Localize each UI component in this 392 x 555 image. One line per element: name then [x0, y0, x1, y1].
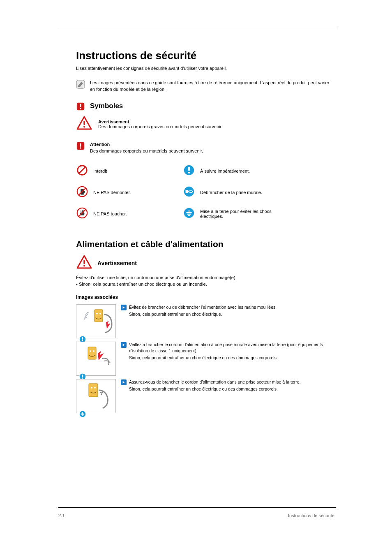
bullet-arrow-icon [121, 342, 127, 348]
svg-point-8 [80, 148, 81, 149]
unplug-icon [183, 185, 195, 199]
bullet-arrow-icon [121, 379, 127, 385]
caution-text: Attention Des dommages corporels ou maté… [90, 141, 203, 155]
item-body: Sinon, cela pourrait entraîner un choc é… [129, 386, 301, 392]
icon-label: Mise à la terre pour éviter les chocs él… [195, 209, 290, 219]
symbols-heading: Symboles [90, 102, 123, 110]
images-subheading: Images associées [76, 294, 335, 300]
icon-item-ground: Mise à la terre pour éviter les chocs él… [183, 203, 290, 224]
svg-point-41 [94, 387, 96, 388]
must-follow-icon [183, 164, 195, 178]
safety-illustration-1 [76, 304, 116, 338]
icon-item-unplug: Débrancher de la prise murale. [183, 182, 290, 203]
svg-point-3 [80, 108, 81, 109]
icon-item-no-disassemble: NE PAS démonter. [76, 182, 183, 203]
svg-point-38 [82, 377, 83, 379]
icon-grid: Interdit NE PAS démonter. NE PAS toucher… [76, 160, 335, 224]
svg-point-35 [93, 350, 95, 352]
svg-point-40 [91, 387, 92, 388]
icon-label: À suivre impérativement. [195, 169, 250, 173]
power-heading: Alimentation et câble d'alimentation [76, 239, 335, 249]
no-touch-icon [76, 207, 88, 221]
svg-rect-25 [83, 260, 85, 264]
icon-item-no-touch: NE PAS toucher. [76, 203, 183, 224]
caution-label: Attention [90, 142, 110, 147]
svg-rect-39 [89, 384, 98, 397]
icon-item-must-follow: À suivre impérativement. [183, 160, 290, 182]
svg-rect-19 [186, 190, 189, 193]
icon-col-left: Interdit NE PAS démonter. NE PAS toucher… [76, 160, 183, 224]
svg-rect-33 [88, 347, 96, 359]
svg-rect-16 [188, 167, 190, 171]
warning-label-1: Avertissement [98, 119, 129, 124]
safety-item-1-text: Évitez de brancher ou de débrancher l'al… [129, 304, 277, 317]
caution-heading-row: Attention Des dommages corporels ou maté… [76, 141, 335, 155]
safety-item-3-text: Assurez-vous de brancher le cordon d'ali… [129, 379, 301, 392]
svg-rect-4 [83, 121, 85, 125]
safety-illustration-2 [76, 342, 116, 376]
svg-point-32 [82, 340, 83, 341]
svg-rect-37 [82, 375, 83, 377]
bottom-rule [58, 507, 336, 508]
item-lead: Évitez de brancher ou de débrancher l'al… [129, 305, 277, 310]
svg-point-34 [90, 350, 91, 352]
page: Instructions de sécurité Lisez attentive… [0, 0, 392, 555]
note-row: Les images présentées dans ce guide sont… [76, 80, 335, 93]
symbols-heading-row: Symboles [76, 102, 335, 113]
safety-item-2-text: Veillez à brancher le cordon d'alimentat… [129, 342, 335, 361]
bullet-arrow-icon [121, 305, 127, 310]
top-rule [58, 27, 336, 27]
safety-item-1: Évitez de brancher ou de débrancher l'al… [76, 304, 335, 338]
svg-rect-27 [95, 310, 103, 322]
item-lead: Veillez à brancher le cordon d'alimentat… [129, 342, 323, 353]
icon-label: NE PAS démonter. [88, 190, 131, 195]
important-icon [76, 102, 90, 113]
intro-text: Lisez attentivement les consignes de séc… [76, 65, 335, 72]
icon-label: NE PAS toucher. [88, 211, 127, 216]
no-disassemble-icon [76, 185, 88, 199]
icon-col-right: À suivre impérativement. Débrancher de l… [183, 160, 290, 224]
caution-desc: Des dommages corporels ou matériels peuv… [90, 148, 203, 153]
power-warning-desc: Évitez d'utiliser une fiche, un cordon o… [76, 275, 335, 288]
svg-rect-31 [82, 337, 83, 340]
safety-illustration-3 [76, 379, 116, 413]
safety-item-3: Assurez-vous de brancher le cordon d'ali… [76, 379, 335, 413]
warning-desc-1: Des dommages corporels graves ou mortels… [98, 124, 223, 129]
warning-row-1: Avertissement Des dommages corporels gra… [76, 115, 335, 133]
safety-item-2: Veillez à brancher le cordon d'alimentat… [76, 342, 335, 376]
svg-point-17 [188, 172, 190, 173]
icon-label: Interdit [88, 169, 107, 173]
svg-point-26 [83, 265, 85, 267]
content-area: Instructions de sécurité Lisez attentive… [76, 49, 335, 416]
prohibit-icon [76, 164, 88, 178]
page-title: Instructions de sécurité [76, 49, 335, 62]
warning-triangle-icon [76, 254, 92, 272]
icon-item-prohibit: Interdit [76, 160, 183, 182]
icon-label: Débrancher de la prise murale. [195, 190, 262, 195]
item-body: Sinon, cela pourrait entraîner un choc é… [129, 311, 277, 317]
svg-point-28 [96, 313, 98, 314]
power-warning-row: Avertissement [76, 254, 335, 272]
page-number: 2-1 [58, 513, 65, 518]
warning-triangle-icon [76, 115, 92, 133]
item-lead: Assurez-vous de brancher le cordon d'ali… [129, 379, 301, 384]
power-warning-label: Avertissement [92, 260, 137, 266]
svg-line-10 [79, 167, 85, 173]
important-icon-2 [76, 141, 90, 152]
svg-point-5 [83, 126, 85, 128]
item-body: Sinon, cela pourrait entraîner un choc é… [129, 355, 335, 361]
svg-rect-7 [80, 143, 81, 147]
ground-icon [183, 207, 195, 221]
warning-text-1: Avertissement Des dommages corporels gra… [92, 119, 223, 129]
note-icon [76, 80, 90, 90]
footer-text: Instructions de sécurité [288, 513, 334, 518]
note-text: Les images présentées dans ce guide sont… [90, 80, 335, 93]
svg-rect-2 [80, 104, 81, 107]
svg-point-29 [99, 313, 101, 314]
